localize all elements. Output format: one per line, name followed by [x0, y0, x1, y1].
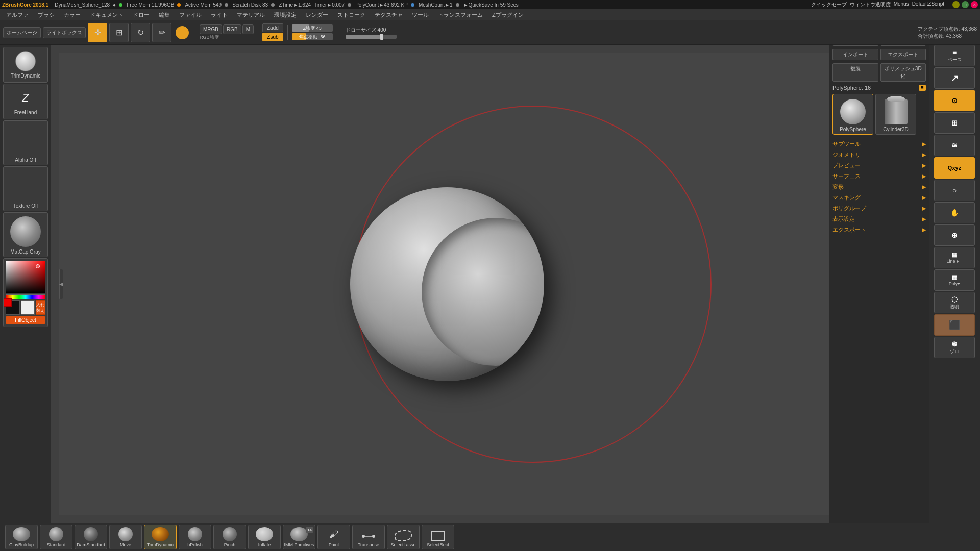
scroll-left[interactable]: ◀	[59, 269, 63, 299]
canvas-area[interactable]: ◀	[51, 45, 929, 523]
window-jp[interactable]: ウィンドウ透明度	[850, 1, 891, 8]
rotate-nav-button[interactable]: ↻	[131, 23, 150, 42]
bottom-bar: ClayBuildup Standard DamStandard Move Tr…	[0, 523, 980, 551]
zsub-button[interactable]: Zsub	[262, 33, 283, 41]
close-button[interactable]: ✕	[971, 1, 978, 8]
menu-tool[interactable]: ツール	[408, 10, 433, 20]
default-script-btn[interactable]: DefaultZScript	[912, 1, 944, 8]
arrow-icon-btn[interactable]: ↗	[934, 67, 975, 89]
menu-light[interactable]: ライト	[207, 10, 232, 20]
z-intensity-slider[interactable]: Z強度 43	[292, 24, 333, 32]
geometry-section[interactable]: ジオメトリ ▶	[832, 149, 926, 160]
poly-grid-btn[interactable]: ▦ Poly▾	[934, 269, 975, 291]
polygroup-section[interactable]: ポリグループ ▶	[832, 203, 926, 214]
standard-btn[interactable]: Standard	[40, 525, 72, 549]
freehand-icon: Z	[15, 88, 36, 108]
swap-colors-button[interactable]: 入れ替え	[36, 300, 45, 315]
menu-brush[interactable]: ブラシ	[34, 10, 59, 20]
menus-btn[interactable]: Menus	[894, 1, 909, 8]
menu-texture[interactable]: テクスチャ	[371, 10, 407, 20]
selectlasso-btn[interactable]: SelectLasso	[387, 525, 420, 549]
focal-shift-slider[interactable]: 焦点移動 -56	[292, 33, 333, 40]
menu-alpha[interactable]: アルファ	[2, 10, 33, 20]
arrow-icon: ↗	[951, 72, 959, 84]
maximize-button[interactable]: □	[962, 1, 969, 8]
home-button[interactable]: ホームページ	[3, 27, 41, 38]
pinch-btn[interactable]: Pinch	[213, 525, 246, 549]
mode-circle-btn[interactable]: ⊙	[934, 90, 975, 111]
grid-icon-btn[interactable]: ⊞	[934, 112, 975, 134]
menu-render[interactable]: レンダー	[302, 10, 332, 20]
menu-file[interactable]: ファイル	[175, 10, 206, 20]
mrgb-button[interactable]: MRGB	[200, 24, 222, 34]
zadd-button[interactable]: Zadd	[262, 23, 283, 32]
selectrect-label: SelectRect	[427, 542, 449, 547]
grid2-icon-btn[interactable]: ▦ Line Fill	[934, 247, 975, 268]
canvas-inner[interactable]: ◀	[59, 53, 921, 515]
freehand-brush-btn[interactable]: Z FreeHand	[3, 84, 48, 119]
qxyz-btn[interactable]: Qxyz	[934, 157, 975, 179]
masking-section[interactable]: マスキング ▶	[832, 192, 926, 203]
preview-section[interactable]: プレビュー ▶	[832, 160, 926, 171]
duplicate-button[interactable]: 複製	[832, 63, 878, 82]
hand-icon-btn[interactable]: ✋	[934, 202, 975, 223]
selectrect-btn[interactable]: SelectRect	[422, 525, 454, 549]
quicksave-jp[interactable]: クイックセーブ	[811, 1, 847, 8]
move-nav-button[interactable]: ✛	[88, 23, 107, 42]
transparent-btn[interactable]: ◌ 透明	[934, 292, 975, 313]
subtool-section[interactable]: サブツール ▶	[832, 139, 926, 149]
hpolish-btn[interactable]: hPolish	[179, 525, 211, 549]
polysphere-item[interactable]: PolySphere	[832, 94, 873, 135]
menu-material[interactable]: マテリアル	[233, 10, 269, 20]
alpha-off-slot[interactable]: Alpha Off	[3, 120, 48, 165]
minimize-button[interactable]: _	[952, 1, 960, 8]
display-label: 表示設定	[832, 215, 855, 223]
draw-size-slider[interactable]	[346, 35, 397, 39]
rgb-button[interactable]: RGB	[223, 24, 241, 34]
cylinder3d-item[interactable]: Cylinder3D	[875, 94, 916, 135]
export2-section[interactable]: エクスポート ▶	[832, 224, 926, 235]
claybuildup-btn[interactable]: ClayBuildup	[5, 525, 38, 549]
plus-circle-btn[interactable]: ⊕	[934, 224, 975, 246]
menu-color[interactable]: カラー	[60, 10, 85, 20]
circle-icon-btn[interactable]: ○	[934, 180, 975, 201]
transpose-btn[interactable]: Transpose	[352, 525, 385, 549]
trimdynamic-brush-btn[interactable]: TrimDynamic	[3, 47, 48, 83]
menu-draw[interactable]: ドロー	[129, 10, 154, 20]
menu-stroke[interactable]: ストローク	[333, 10, 370, 20]
menu-preferences[interactable]: 環境設定	[270, 10, 301, 20]
menu-edit[interactable]: 編集	[155, 10, 174, 20]
zoro-btn[interactable]: ⊛ ゾロ	[934, 337, 975, 358]
draw-nav-button[interactable]: ✏	[152, 23, 172, 42]
m-button[interactable]: M	[242, 24, 254, 34]
matcap-slot[interactable]: MatCap Gray	[3, 212, 48, 257]
surface-section[interactable]: サーフェス ▶	[832, 171, 926, 182]
lightbox-button[interactable]: ライトボックス	[43, 27, 86, 38]
scale-nav-button[interactable]: ⊞	[109, 23, 129, 42]
move-btn[interactable]: Move	[109, 525, 142, 549]
background-color-swatch[interactable]	[21, 300, 35, 315]
material-icon-btn[interactable]: ⬛	[934, 314, 975, 336]
grid2-icon: ▦	[952, 252, 957, 258]
display-section[interactable]: 表示設定 ▶	[832, 214, 926, 224]
export-button[interactable]: エクスポート	[880, 49, 926, 60]
trimdynamic-bottom-btn[interactable]: TrimDynamic	[144, 525, 177, 549]
base-icon-btn[interactable]: ≡ ベース	[934, 45, 975, 66]
inflate-btn[interactable]: Inflate	[248, 525, 281, 549]
wave-icon-btn[interactable]: ≋	[934, 135, 975, 156]
color-gradient[interactable]	[6, 261, 45, 293]
menu-zplugin[interactable]: Zプラグイン	[488, 10, 528, 20]
damstandard-btn[interactable]: DamStandard	[75, 525, 107, 549]
deform-section[interactable]: 変形 ▶	[832, 182, 926, 192]
menu-document[interactable]: ドキュメント	[86, 10, 128, 20]
imm-btn[interactable]: 14 IMM Primitives	[283, 525, 315, 549]
paint-btn[interactable]: 🖌 Paint	[317, 525, 350, 549]
fill-object-button[interactable]: FillObject	[6, 316, 45, 324]
mode-circle[interactable]	[176, 26, 189, 39]
r-badge[interactable]: R	[919, 85, 926, 91]
import-button[interactable]: インポート	[832, 49, 878, 60]
claybuildup-icon	[13, 527, 30, 541]
polymesh3d-button[interactable]: ポリメッシュ3D化	[880, 63, 926, 82]
menu-transform[interactable]: トランスフォーム	[434, 10, 487, 20]
texture-off-slot[interactable]: Texture Off	[3, 166, 48, 211]
